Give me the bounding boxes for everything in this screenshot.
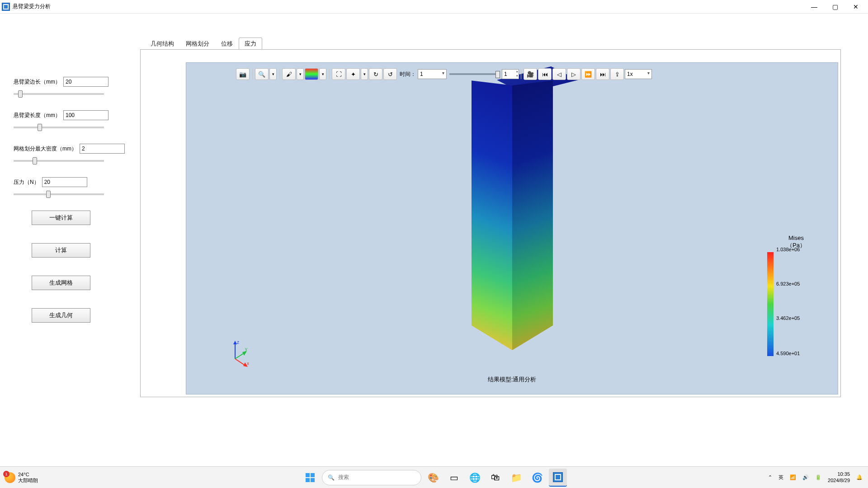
- fit-view-icon[interactable]: ⛶: [332, 68, 345, 80]
- time-slider[interactable]: [449, 73, 499, 75]
- param-pressure: 压力（N）: [14, 177, 127, 197]
- generate-geometry-button[interactable]: 生成几何: [32, 308, 90, 323]
- play-icon[interactable]: ▷: [567, 68, 580, 80]
- sidebar: 悬臂梁边长（mm） 悬臂梁长度（mm） 网格划分最大密度（mm） 压力（N）: [0, 14, 140, 466]
- svg-rect-11: [306, 478, 310, 482]
- taskbar-store-icon[interactable]: 🛍: [486, 469, 505, 487]
- result-caption: 结果模型:通用分析: [488, 375, 537, 384]
- param-label: 压力（N）: [14, 178, 39, 186]
- edge-length-slider[interactable]: [14, 93, 104, 95]
- skip-end-icon[interactable]: ⏭: [596, 68, 609, 80]
- brush-icon[interactable]: 🖌: [282, 68, 296, 80]
- battery-icon[interactable]: 🔋: [815, 474, 821, 480]
- param-label: 悬臂梁边长（mm）: [14, 78, 61, 86]
- maximize-button[interactable]: ▢: [825, 0, 845, 14]
- viewport[interactable]: 📷 🔍 ▾ 🖌 ▾ ■ ▾ ⛶ ✦ ▾ ↻ ↺ 时间： 1: [186, 62, 838, 394]
- record-icon[interactable]: 🎥: [524, 68, 537, 80]
- taskbar-copilot-icon[interactable]: 🎨: [424, 469, 442, 487]
- beam-model: 结果模型:通用分析: [472, 85, 553, 370]
- view-frame: 📷 🔍 ▾ 🖌 ▾ ■ ▾ ⛶ ✦ ▾ ↻ ↺ 时间： 1: [140, 49, 841, 397]
- beam-length-slider[interactable]: [14, 127, 104, 128]
- generate-mesh-button[interactable]: 生成网格: [32, 276, 90, 290]
- zoom-icon[interactable]: 🔍: [255, 68, 269, 80]
- start-button[interactable]: [301, 469, 319, 487]
- param-label: 悬臂梁长度（mm）: [14, 112, 61, 119]
- tray-chevron-icon[interactable]: ⌃: [768, 474, 772, 480]
- tab-mesh[interactable]: 网格划分: [180, 38, 215, 50]
- time-spinner[interactable]: 1: [502, 69, 519, 79]
- taskbar: 24°C 大部晴朗 🔍 搜索 🎨 ▭ 🌐 🛍 📁 🌀 ⌃ 英 📶 🔊 🔋 10:…: [0, 466, 868, 488]
- notifications-icon[interactable]: 🔔: [856, 474, 863, 480]
- axis-triad: z x y: [227, 340, 254, 367]
- system-tray: ⌃ 英 📶 🔊 🔋 10:35 2024/8/29 🔔: [768, 471, 863, 483]
- search-placeholder: 搜索: [338, 474, 349, 481]
- beam-length-input[interactable]: [63, 110, 108, 120]
- tab-strip: 几何结构 网格划分 位移 应力: [145, 37, 841, 49]
- colormap-dropdown-icon[interactable]: ▾: [319, 68, 326, 80]
- edge-length-input[interactable]: [63, 77, 108, 87]
- screenshot-icon[interactable]: 📷: [236, 68, 250, 80]
- search-box[interactable]: 🔍 搜索: [322, 470, 421, 485]
- zoom-dropdown-icon[interactable]: ▾: [269, 68, 277, 80]
- titlebar: 悬臂梁受力分析 — ▢ ✕: [0, 0, 868, 14]
- svg-text:z: z: [237, 340, 239, 345]
- svg-rect-9: [306, 473, 310, 477]
- volume-icon[interactable]: 🔊: [802, 474, 809, 480]
- taskbar-explorer-icon[interactable]: 📁: [507, 469, 525, 487]
- minimize-button[interactable]: —: [804, 0, 825, 14]
- taskbar-app1-icon[interactable]: 🌀: [528, 469, 546, 487]
- axis-select-icon[interactable]: ✦: [346, 68, 360, 80]
- svg-marker-7: [242, 351, 247, 356]
- colormap-icon[interactable]: ■: [305, 68, 318, 80]
- step-forward-icon[interactable]: ⏩: [581, 68, 595, 80]
- clock[interactable]: 10:35 2024/8/29: [828, 471, 850, 483]
- brush-dropdown-icon[interactable]: ▾: [297, 68, 304, 80]
- svg-text:x: x: [247, 361, 249, 366]
- taskbar-taskview-icon[interactable]: ▭: [445, 469, 463, 487]
- rotate-ccw-icon[interactable]: ↺: [383, 68, 397, 80]
- close-button[interactable]: ✕: [845, 0, 866, 14]
- tab-geometry[interactable]: 几何结构: [145, 38, 180, 50]
- speed-select[interactable]: 1x: [625, 69, 652, 79]
- weather-icon: [5, 472, 15, 483]
- svg-text:y: y: [245, 347, 247, 352]
- param-label: 网格划分最大密度（mm）: [14, 145, 77, 153]
- pressure-input[interactable]: [42, 177, 87, 187]
- viewport-toolbar: 📷 🔍 ▾ 🖌 ▾ ■ ▾ ⛶ ✦ ▾ ↻ ↺ 时间： 1: [236, 68, 652, 80]
- legend-colorbar: [767, 252, 774, 356]
- time-label: 时间：: [400, 70, 416, 78]
- window-title: 悬臂梁受力分析: [13, 3, 51, 10]
- weather-temp: 24°C: [18, 472, 38, 477]
- tab-displacement[interactable]: 位移: [215, 38, 239, 50]
- weather-desc: 大部晴朗: [18, 478, 38, 483]
- main-panel: 几何结构 网格划分 位移 应力 📷 🔍 ▾ 🖌 ▾ ■ ▾: [140, 14, 868, 466]
- param-mesh-density: 网格划分最大密度（mm）: [14, 144, 127, 164]
- param-beam-length: 悬臂梁长度（mm）: [14, 110, 127, 130]
- search-icon: 🔍: [328, 474, 335, 481]
- mesh-density-slider[interactable]: [14, 160, 104, 162]
- taskbar-center: 🔍 搜索 🎨 ▭ 🌐 🛍 📁 🌀: [301, 469, 567, 487]
- weather-widget[interactable]: 24°C 大部晴朗: [5, 472, 77, 483]
- export-icon[interactable]: ⇪: [610, 68, 624, 80]
- axis-dropdown-icon[interactable]: ▾: [361, 68, 368, 80]
- color-legend: Mises（Pa） 1.038e+06 6.923e+05 3.462e+05 …: [764, 235, 828, 356]
- svg-rect-12: [311, 478, 315, 482]
- taskbar-current-app-icon[interactable]: [549, 469, 567, 487]
- taskbar-edge-icon[interactable]: 🌐: [466, 469, 484, 487]
- compute-button[interactable]: 计算: [32, 243, 90, 258]
- time-select[interactable]: 1: [418, 69, 447, 79]
- param-edge-length: 悬臂梁边长（mm）: [14, 77, 127, 97]
- svg-rect-10: [311, 473, 315, 477]
- tab-stress[interactable]: 应力: [239, 38, 262, 50]
- play-reverse-icon[interactable]: ◁: [552, 68, 566, 80]
- svg-marker-1: [233, 341, 237, 344]
- one-click-compute-button[interactable]: 一键计算: [32, 211, 90, 225]
- ime-indicator[interactable]: 英: [778, 474, 783, 481]
- wifi-icon[interactable]: 📶: [790, 474, 796, 480]
- pressure-slider[interactable]: [14, 193, 104, 195]
- skip-start-icon[interactable]: ⏮: [538, 68, 552, 80]
- rotate-cw-icon[interactable]: ↻: [369, 68, 382, 80]
- app-icon: [2, 3, 10, 11]
- legend-ticks: 1.038e+06 6.923e+05 3.462e+05 4.590e+01: [776, 249, 828, 353]
- mesh-density-input[interactable]: [80, 144, 125, 154]
